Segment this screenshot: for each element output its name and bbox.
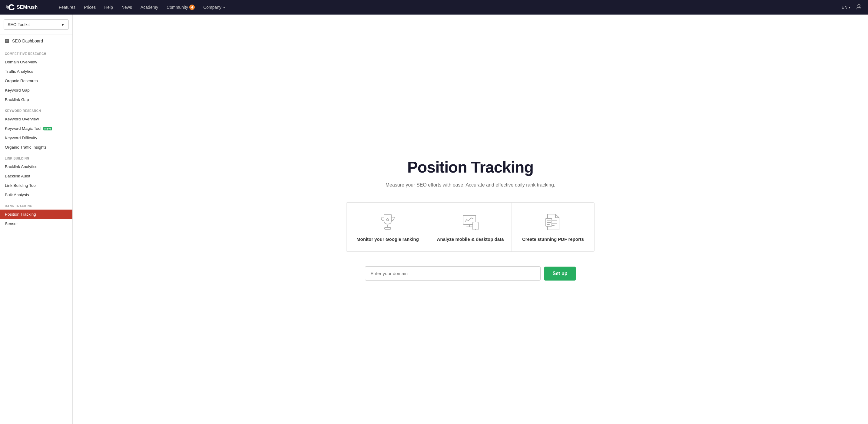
new-badge: NEW [43,127,52,131]
svg-point-3 [858,4,860,7]
lang-chevron-icon: ▼ [848,6,851,9]
domain-input[interactable] [365,266,540,281]
sidebar-item-keyword-difficulty[interactable]: Keyword Difficulty [0,133,72,143]
user-icon[interactable] [856,4,862,11]
company-link[interactable]: Company ▼ [199,3,229,11]
feature-pdf-reports-label: Create stunning PDF reports [519,236,587,242]
community-badge: 4 [189,4,195,10]
sidebar-item-backlink-audit[interactable]: Backlink Audit [0,171,72,181]
devices-icon [436,212,504,232]
sidebar-item-seo-dashboard[interactable]: SEO Dashboard [0,35,72,47]
nav-right: EN ▼ [842,4,862,11]
sidebar-item-organic-traffic-insights[interactable]: Organic Traffic Insights [0,143,72,152]
sidebar-item-organic-research[interactable]: Organic Research [0,76,72,86]
toolkit-selector[interactable]: SEO Toolkit ▼ [4,20,69,30]
sidebar-item-keyword-magic-tool[interactable]: Keyword Magic Tool NEW [0,124,72,133]
sidebar-item-sensor[interactable]: Sensor [0,219,72,228]
main-content: Position Tracking Measure your SEO effor… [73,15,868,424]
help-link[interactable]: Help [100,3,117,11]
sidebar-item-link-building-tool[interactable]: Link Building Tool [0,181,72,190]
prices-link[interactable]: Prices [80,3,99,11]
svg-rect-5 [384,227,391,229]
pdf-icon [519,212,587,232]
page-title: Position Tracking [346,158,594,176]
section-label-link-building: LINK BUILDING [0,152,72,162]
toolkit-chevron-icon: ▼ [61,22,65,27]
sidebar-item-bulk-analysis[interactable]: Bulk Analysis [0,190,72,200]
community-link[interactable]: Community 4 [163,3,198,12]
svg-text:SEMrush: SEMrush [17,4,37,10]
section-label-keyword: KEYWORD RESEARCH [0,104,72,114]
logo[interactable]: SEMrush [6,3,45,11]
sidebar-item-keyword-overview[interactable]: Keyword Overview [0,114,72,124]
trophy-icon [354,212,422,232]
sidebar-item-traffic-analytics[interactable]: Traffic Analytics [0,67,72,76]
feature-google-ranking-label: Monitor your Google ranking [354,236,422,242]
grid-icon [5,39,9,43]
feature-mobile-desktop-label: Analyze mobile & desktop data [436,236,504,242]
toolkit-selector-wrap: SEO Toolkit ▼ [0,15,72,35]
sidebar-item-backlink-gap[interactable]: Backlink Gap [0,95,72,104]
feature-card-pdf-reports: Create stunning PDF reports [512,203,594,251]
feature-card-mobile-desktop: Analyze mobile & desktop data [429,203,512,251]
section-label-rank-tracking: RANK TRACKING [0,200,72,209]
academy-link[interactable]: Academy [137,3,162,11]
domain-input-row: Set up [346,266,594,281]
feature-card-google-ranking: Monitor your Google ranking [346,203,429,251]
company-chevron-icon: ▼ [223,6,226,9]
news-link[interactable]: News [118,3,136,11]
page-layout: SEO Toolkit ▼ SEO Dashboard COMPETITIVE … [0,15,868,424]
hero-subtitle: Measure your SEO efforts with ease. Accu… [346,182,594,188]
top-navigation: SEMrush Features Prices Help News Academ… [0,0,868,15]
features-link[interactable]: Features [55,3,79,11]
features-row: Monitor your Google ranking [346,202,594,252]
sidebar-item-backlink-analytics[interactable]: Backlink Analytics [0,162,72,171]
svg-point-1 [6,5,7,7]
sidebar-item-keyword-gap[interactable]: Keyword Gap [0,86,72,95]
section-label-competitive: COMPETITIVE RESEARCH [0,47,72,57]
svg-rect-9 [473,222,478,230]
sidebar-item-domain-overview[interactable]: Domain Overview [0,57,72,67]
sidebar: SEO Toolkit ▼ SEO Dashboard COMPETITIVE … [0,15,73,424]
setup-button[interactable]: Set up [544,266,576,281]
language-selector[interactable]: EN ▼ [842,5,851,10]
hero-section: Position Tracking Measure your SEO effor… [334,140,607,299]
nav-links: Features Prices Help News Academy Commun… [55,3,842,12]
sidebar-item-position-tracking[interactable]: Position Tracking [0,209,72,219]
